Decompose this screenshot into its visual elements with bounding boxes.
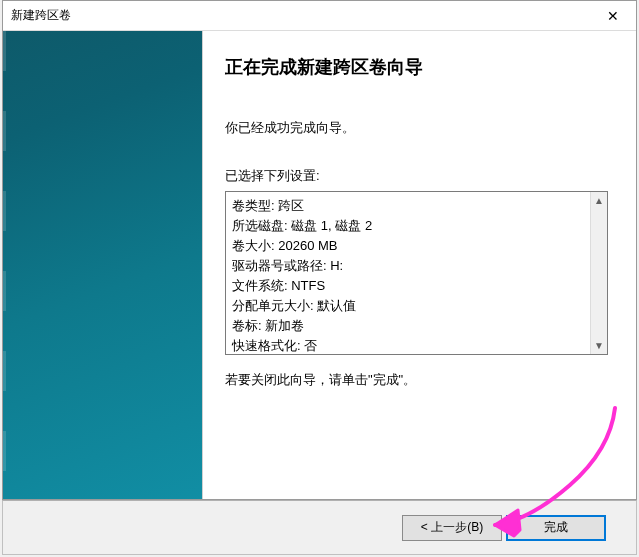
wizard-window: 新建跨区卷 ✕ 正在完成新建跨区卷向导 你已经成功完成向导。 已选择下列设置: … <box>2 0 637 500</box>
wizard-heading: 正在完成新建跨区卷向导 <box>225 55 608 79</box>
settings-list: 卷类型: 跨区 所选磁盘: 磁盘 1, 磁盘 2 卷大小: 20260 MB 驱… <box>226 192 590 354</box>
settings-line: 卷标: 新加卷 <box>232 316 584 336</box>
scroll-track[interactable] <box>591 209 607 337</box>
wizard-side-graphic <box>3 31 203 499</box>
scrollbar[interactable]: ▲ ▼ <box>590 192 607 354</box>
titlebar: 新建跨区卷 ✕ <box>3 1 636 31</box>
close-button[interactable]: ✕ <box>590 1 636 31</box>
scroll-up-icon[interactable]: ▲ <box>591 192 607 209</box>
settings-line: 驱动器号或路径: H: <box>232 256 584 276</box>
wizard-footer: < 上一步(B) 完成 <box>2 500 637 555</box>
settings-label: 已选择下列设置: <box>225 167 608 185</box>
close-hint: 若要关闭此向导，请单击"完成"。 <box>225 371 608 389</box>
settings-line: 所选磁盘: 磁盘 1, 磁盘 2 <box>232 216 584 236</box>
wizard-body: 正在完成新建跨区卷向导 你已经成功完成向导。 已选择下列设置: 卷类型: 跨区 … <box>3 31 636 499</box>
window-title: 新建跨区卷 <box>11 7 71 24</box>
settings-box: 卷类型: 跨区 所选磁盘: 磁盘 1, 磁盘 2 卷大小: 20260 MB 驱… <box>225 191 608 355</box>
settings-line: 快速格式化: 否 <box>232 336 584 354</box>
settings-line: 文件系统: NTFS <box>232 276 584 296</box>
settings-line: 分配单元大小: 默认值 <box>232 296 584 316</box>
back-button[interactable]: < 上一步(B) <box>402 515 502 541</box>
settings-line: 卷大小: 20260 MB <box>232 236 584 256</box>
success-message: 你已经成功完成向导。 <box>225 119 608 137</box>
wizard-content: 正在完成新建跨区卷向导 你已经成功完成向导。 已选择下列设置: 卷类型: 跨区 … <box>203 31 636 499</box>
settings-line: 卷类型: 跨区 <box>232 196 584 216</box>
close-icon: ✕ <box>607 8 619 24</box>
scroll-down-icon[interactable]: ▼ <box>591 337 607 354</box>
finish-button[interactable]: 完成 <box>506 515 606 541</box>
